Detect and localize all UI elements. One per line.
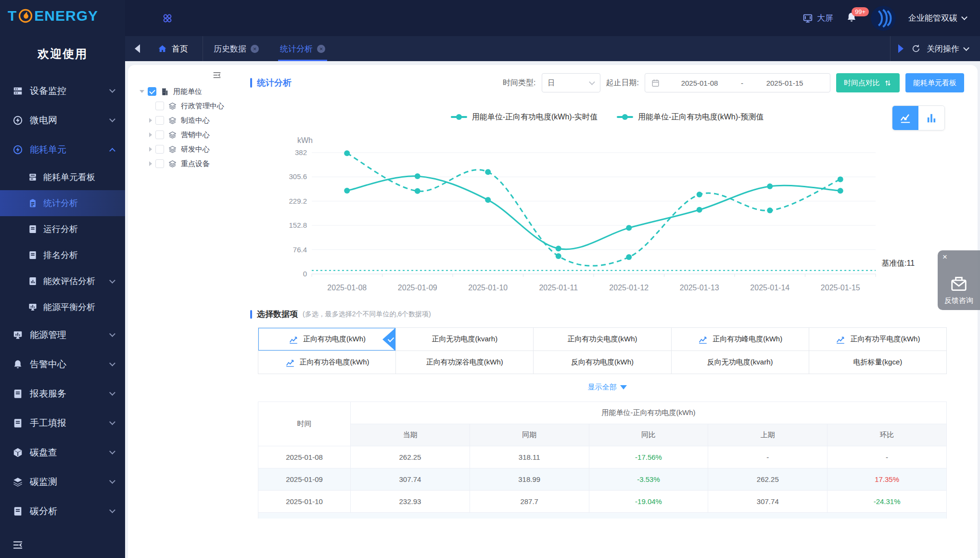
sidebar-item-efficiency-evaluation[interactable]: 能效评估分析 <box>0 268 125 294</box>
legend-item-forecast[interactable]: 用能单位-正向有功电度(kWh)-预测值 <box>617 112 764 122</box>
data-item-forward-active-deep-valley[interactable]: 正向有功深谷电度(kWh) <box>396 351 534 374</box>
sidebar-item-manual-entry[interactable]: 手工填报 <box>0 408 125 438</box>
sidebar-item-alarm-center[interactable]: 告警中心 <box>0 350 125 379</box>
date-start-value[interactable]: 2025-01-08 <box>660 79 739 87</box>
selector-hint: (多选，最多选择2个不同单位的,6个数据项) <box>303 310 431 319</box>
energy-unit-board-button[interactable]: 能耗单元看板 <box>905 73 964 92</box>
data-item-reverse-reactive-energy[interactable]: 反向无功电度(kvarh) <box>672 351 809 374</box>
tree-node-root[interactable]: 用能单位 <box>128 84 237 99</box>
sidebar-item-carbon-inventory[interactable]: 碳盘查 <box>0 438 125 467</box>
sidebar-item-device-monitor[interactable]: 设备监控 <box>0 76 125 105</box>
caret-right-icon[interactable] <box>149 118 152 123</box>
checkbox[interactable] <box>155 145 164 154</box>
svg-text:2025-01-08: 2025-01-08 <box>327 284 367 292</box>
sidebar-item-carbon-monitoring[interactable]: 碳监测 <box>0 467 125 496</box>
data-item-forward-active-sharp[interactable]: 正向有功尖电度(kWh) <box>534 328 671 351</box>
close-icon[interactable]: × <box>942 252 947 262</box>
brand-logo[interactable]: T ENERGY <box>0 0 125 24</box>
tree-node-admin-center[interactable]: 行政管理中心 <box>128 99 237 113</box>
bar-chart-toggle-button[interactable] <box>918 106 944 130</box>
notifications-button[interactable]: 99+ <box>846 11 858 26</box>
tree-node-manufacturing-center[interactable]: 制造中心 <box>128 113 237 128</box>
tree-node-label: 研发中心 <box>181 145 210 154</box>
date-range-input[interactable]: 2025-01-08 - 2025-01-15 <box>645 73 830 92</box>
line-chart-icon <box>899 112 912 124</box>
checkbox[interactable] <box>155 159 164 168</box>
sidebar-item-microgrid[interactable]: 微电网 <box>0 105 125 135</box>
cell-time: 2025-01-10 <box>258 491 351 513</box>
sidebar-item-energy-unit[interactable]: 能耗单元 <box>0 135 125 164</box>
table-header-same-period: 同期 <box>470 424 589 446</box>
sidebar-item-operation-analysis[interactable]: 运行分析 <box>0 216 125 242</box>
sidebar-collapse-button[interactable] <box>12 540 24 550</box>
data-item-forward-active-flat[interactable]: 正向有功平电度(kWh) <box>809 328 947 351</box>
sidebar-item-carbon-analysis[interactable]: 碳分析 <box>0 496 125 526</box>
sidebar-item-label: 碳盘查 <box>30 446 110 459</box>
chevron-down-icon <box>961 14 967 20</box>
line-chart-toggle-button[interactable] <box>892 106 918 130</box>
time-point-compare-button[interactable]: 时间点对比 <box>836 73 900 92</box>
tab-history-data[interactable]: 历史数据 × <box>203 36 269 61</box>
close-icon[interactable]: × <box>251 45 259 53</box>
data-item-forward-reactive-energy[interactable]: 正向无功电度(kvarh) <box>396 328 534 351</box>
logo-flame-icon <box>18 9 33 23</box>
sidebar-item-energy-management[interactable]: 能源管理 <box>0 320 125 350</box>
tree-collapse-icon[interactable] <box>212 71 222 79</box>
line-chart[interactable]: 382305.6229.2152.876.402025-01-082025-01… <box>279 130 933 304</box>
dashboard-icon <box>28 172 38 182</box>
feedback-widget[interactable]: × 反馈咨询 <box>938 250 980 310</box>
checkbox[interactable] <box>155 130 164 139</box>
sidebar-item-energy-balance[interactable]: 能源平衡分析 <box>0 294 125 320</box>
sidebar-item-statistical-analysis[interactable]: 统计分析 <box>0 190 125 216</box>
caret-down-icon[interactable] <box>140 90 144 93</box>
chevron-down-icon <box>109 87 115 93</box>
sidebar-menu: 设备监控 微电网 能耗单元 能耗单元看板 统计分析 <box>0 76 125 526</box>
svg-text:0: 0 <box>303 270 307 278</box>
tabs-scroll-left-button[interactable] <box>135 44 140 53</box>
sidebar-item-energy-unit-board[interactable]: 能耗单元看板 <box>0 164 125 190</box>
avatar[interactable] <box>871 6 896 31</box>
big-screen-button[interactable]: 大屏 <box>802 13 833 24</box>
table-row-clipped <box>258 513 947 519</box>
data-item-coal-equivalent[interactable]: 电折标量(kgce) <box>809 351 947 374</box>
book-icon <box>13 506 23 517</box>
svg-text:305.6: 305.6 <box>289 172 307 181</box>
data-item-reverse-active-energy[interactable]: 反向有功电度(kWh) <box>534 351 671 374</box>
time-type-select[interactable]: 日 <box>542 73 600 92</box>
tab-label: 首页 <box>172 43 188 54</box>
caret-right-icon[interactable] <box>149 161 152 166</box>
refresh-button[interactable] <box>911 44 921 53</box>
cell-time: 2025-01-08 <box>258 446 351 468</box>
date-end-value[interactable]: 2025-01-15 <box>745 79 824 87</box>
sidebar-item-report-service[interactable]: 报表服务 <box>0 379 125 408</box>
data-item-forward-active-peak[interactable]: 正向有功峰电度(kWh) <box>672 328 809 351</box>
checkbox[interactable] <box>155 102 164 110</box>
tab-statistical-analysis[interactable]: 统计分析 × <box>269 36 336 61</box>
tab-home[interactable]: 首页 <box>147 36 203 61</box>
tree-node-rd-center[interactable]: 研发中心 <box>128 142 237 156</box>
sidebar-item-label: 手工填报 <box>30 417 110 429</box>
svg-text:229.2: 229.2 <box>289 197 307 205</box>
tree-node-key-equipment[interactable]: 重点设备 <box>128 156 237 171</box>
caret-right-icon[interactable] <box>149 147 152 152</box>
apps-grid-icon[interactable] <box>162 13 173 24</box>
data-item-forward-active-energy[interactable]: 正向有功电度(kWh) <box>258 328 396 351</box>
checkbox-checked[interactable] <box>148 87 156 96</box>
data-item-forward-active-valley[interactable]: 正向有功谷电度(kWh) <box>258 351 396 374</box>
tree-node-marketing-center[interactable]: 营销中心 <box>128 128 237 142</box>
legend-item-realtime[interactable]: 用能单位-正向有功电度(kWh)-实时值 <box>451 112 598 122</box>
caret-right-icon[interactable] <box>149 132 152 137</box>
chevron-down-icon <box>109 478 115 484</box>
chart-container: 382305.6229.2152.876.402025-01-082025-01… <box>279 130 964 304</box>
tabs-scroll-right-button[interactable] <box>898 44 904 53</box>
org-switcher[interactable]: 企业能管双碳 <box>908 13 967 24</box>
chevron-down-icon <box>589 79 595 85</box>
close-icon[interactable]: × <box>317 45 325 53</box>
tab-bar-actions: 关闭操作 <box>890 36 980 61</box>
show-all-button[interactable]: 显示全部 <box>250 383 964 392</box>
trend-icon <box>698 334 708 345</box>
sidebar-item-ranking-analysis[interactable]: 排名分析 <box>0 242 125 268</box>
checkbox[interactable] <box>155 116 164 125</box>
close-operations-dropdown[interactable]: 关闭操作 <box>927 43 959 54</box>
top-header: 大屏 99+ 企业能管双碳 <box>125 0 980 36</box>
